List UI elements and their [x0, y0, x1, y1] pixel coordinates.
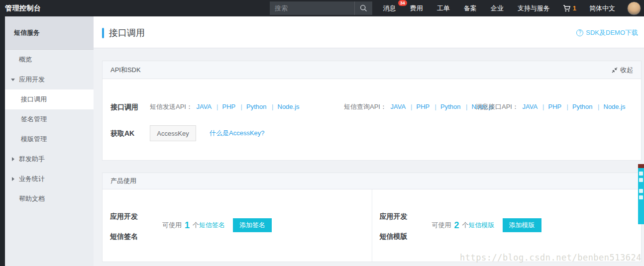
sidebar-item-help-docs[interactable]: 帮助文档	[5, 189, 94, 209]
chevron-down-icon	[11, 79, 15, 81]
main-content: 接口调用 ? SDK及DEMO下载 API和SDK 收起 接口调用 短信发送AP…	[94, 16, 644, 266]
nav-language[interactable]: 简体中文	[582, 0, 622, 16]
message-api-label: 消息接口API：	[476, 103, 519, 110]
sdk-demo-download-label: SDK及DEMO下载	[586, 28, 638, 37]
sidebar-item-api-call[interactable]: 接口调用	[5, 89, 94, 109]
api-sdk-panel: API和SDK 收起 接口调用 短信发送API： JAVA PHP Python…	[102, 61, 642, 161]
api-sdk-panel-title: API和SDK	[110, 66, 141, 75]
feedback-tab-top	[638, 164, 644, 168]
feedback-glyph	[639, 178, 643, 182]
sms-query-api-group: 短信查询API： JAVA PHP Python Node.js	[344, 101, 494, 113]
accesskey-button[interactable]: AccessKey	[150, 125, 196, 141]
template-usage-card: 应用开发 短信模版 可使用 2 个 短信模版 添加模版	[372, 189, 642, 262]
template-usage-line: 可使用 2 个 短信模版	[432, 218, 495, 232]
sdk-demo-download-link[interactable]: ? SDK及DEMO下载	[576, 28, 638, 37]
nav-icp-filing[interactable]: 备案	[457, 0, 484, 16]
template-count: 2	[454, 220, 459, 231]
search-input[interactable]	[270, 1, 354, 15]
sms-send-php-link[interactable]: PHP	[213, 103, 235, 110]
signature-usage-card: 应用开发 短信签名 可使用 1 个 短信签名 添加签名	[103, 189, 372, 262]
sidebar-item-signature-mgmt[interactable]: 签名管理	[5, 109, 94, 129]
usage-cards: 应用开发 短信签名 可使用 1 个 短信签名 添加签名 应用开发 短信模版 可使…	[103, 189, 641, 262]
sidebar-title: 短信服务	[5, 16, 94, 50]
sms-send-api-label: 短信发送API：	[150, 103, 193, 110]
sms-query-php-link[interactable]: PHP	[407, 103, 429, 110]
sms-query-api-label: 短信查询API：	[344, 103, 387, 110]
sms-query-python-link[interactable]: Python	[431, 103, 461, 110]
search-button[interactable]	[354, 1, 372, 15]
sms-query-java-link[interactable]: JAVA	[391, 103, 406, 110]
nav-support[interactable]: 支持与服务	[511, 0, 557, 16]
cart-icon	[563, 4, 571, 12]
message-python-link[interactable]: Python	[563, 103, 593, 110]
sidebar: 短信服务 概览 应用开发 接口调用 签名管理 模版管理 群发助手 业务统计 帮助…	[5, 16, 94, 266]
nav-enterprise[interactable]: 企业	[484, 0, 511, 16]
signature-count: 1	[185, 220, 190, 231]
sms-send-nodejs-link[interactable]: Node.js	[268, 103, 299, 110]
what-is-accesskey-link[interactable]: 什么是AccessKey?	[210, 125, 265, 141]
api-links-row: 接口调用 短信发送API： JAVA PHP Python Node.js 短信…	[103, 101, 641, 113]
api-call-label: 接口调用	[110, 101, 138, 113]
collapsed-nav-rail	[0, 16, 5, 266]
sidebar-title-label: 短信服务	[14, 28, 40, 37]
search-icon	[360, 4, 367, 12]
sidebar-item-app-dev[interactable]: 应用开发	[5, 70, 94, 89]
sms-send-api-group: 短信发送API： JAVA PHP Python Node.js	[150, 101, 300, 113]
usage-prefix: 可使用	[432, 221, 451, 230]
top-bar: 管理控制台 消息 34 费用 工单 备案 企业 支持与服务 1 简体中文	[0, 0, 644, 16]
add-template-button[interactable]: 添加模版	[503, 218, 541, 232]
feedback-glyph	[639, 189, 643, 193]
add-signature-button[interactable]: 添加签名	[233, 218, 272, 232]
collapse-button[interactable]: 收起	[612, 66, 633, 75]
nav-tickets[interactable]: 工单	[430, 0, 457, 16]
card-label-app-dev: 应用开发	[110, 212, 138, 221]
global-search	[270, 1, 372, 15]
message-php-link[interactable]: PHP	[539, 103, 561, 110]
chevron-right-icon	[12, 157, 14, 161]
message-java-link[interactable]: JAVA	[523, 103, 537, 110]
sms-template-link[interactable]: 短信模版	[469, 221, 495, 230]
product-usage-panel: 产品使用 应用开发 短信签名 可使用 1 个 短信签名 添加签名 应用开发 短信…	[102, 173, 642, 262]
get-ak-label: 获取AK	[110, 125, 134, 141]
sms-send-python-link[interactable]: Python	[237, 103, 267, 110]
message-api-group: 消息接口API： JAVA PHP Python Node.js	[476, 101, 626, 113]
chevron-right-icon	[12, 177, 14, 181]
card-label-sms-signature: 短信签名	[110, 232, 138, 241]
card-label-app-dev: 应用开发	[380, 212, 408, 221]
usage-unit: 个	[462, 221, 469, 230]
feedback-tab-body	[638, 168, 644, 224]
feedback-glyph	[639, 195, 643, 199]
sidebar-item-label: 群发助手	[19, 155, 45, 163]
sms-signature-link[interactable]: 短信签名	[199, 221, 225, 230]
collapse-icon	[612, 67, 618, 73]
top-nav: 消息 34 费用 工单 备案 企业 支持与服务 1 简体中文	[376, 0, 644, 16]
sidebar-item-template-mgmt[interactable]: 模版管理	[5, 129, 94, 149]
nav-messages[interactable]: 消息 34	[376, 0, 403, 16]
nav-cart[interactable]: 1	[557, 4, 582, 12]
collapse-label: 收起	[620, 66, 633, 75]
page-header: 接口调用 ? SDK及DEMO下载	[94, 16, 644, 48]
nav-messages-label: 消息	[383, 4, 396, 12]
title-accent-bar	[102, 28, 104, 38]
feedback-side-tab[interactable]	[638, 164, 644, 224]
page-title: 接口调用	[109, 27, 145, 39]
usage-prefix: 可使用	[162, 221, 182, 230]
cart-count: 1	[573, 4, 576, 12]
avatar[interactable]	[627, 1, 641, 15]
usage-unit: 个	[193, 221, 199, 230]
card-label-sms-template: 短信模版	[380, 232, 408, 241]
signature-usage-line: 可使用 1 个 短信签名	[162, 218, 225, 232]
sidebar-item-mass-send[interactable]: 群发助手	[5, 149, 94, 169]
api-sdk-panel-header: API和SDK 收起	[103, 61, 641, 79]
sidebar-item-statistics[interactable]: 业务统计	[5, 169, 94, 189]
console-logo[interactable]: 管理控制台	[5, 0, 41, 16]
product-usage-title: 产品使用	[110, 177, 136, 185]
product-usage-panel-header: 产品使用	[103, 173, 641, 189]
nav-billing[interactable]: 费用	[403, 0, 430, 16]
csdn-watermark: https://blog.csdn.net/benben513624	[460, 253, 642, 263]
sidebar-item-overview[interactable]: 概览	[5, 50, 94, 70]
message-nodejs-link[interactable]: Node.js	[594, 103, 625, 110]
sms-send-java-link[interactable]: JAVA	[197, 103, 212, 110]
feedback-glyph	[639, 172, 643, 176]
sidebar-item-label: 应用开发	[19, 76, 45, 83]
